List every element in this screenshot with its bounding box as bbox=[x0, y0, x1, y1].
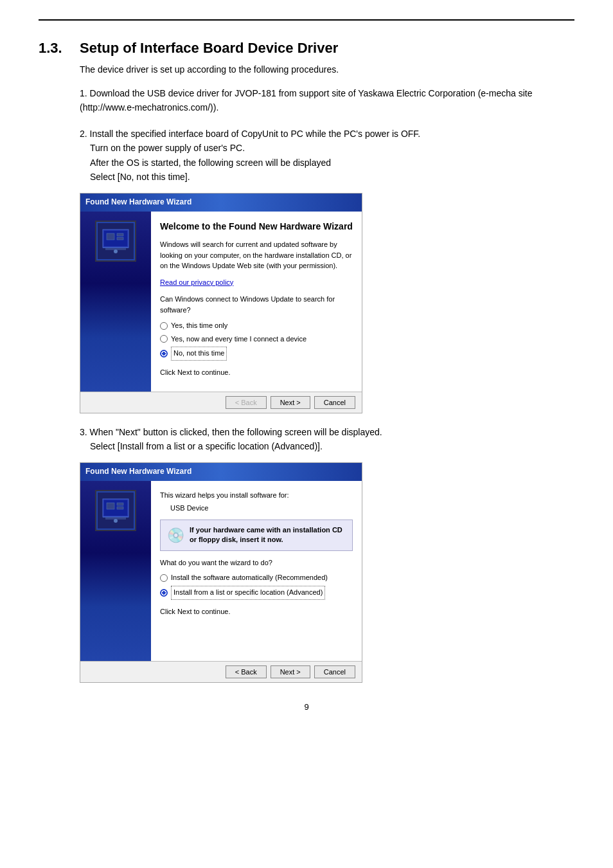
wizard1-option-2[interactable]: Yes, now and every time I connect a devi… bbox=[160, 334, 353, 345]
svg-rect-3 bbox=[107, 233, 114, 240]
svg-rect-5 bbox=[117, 237, 123, 240]
wizard2-cd-box: 💿 If your hardware came with an installa… bbox=[160, 520, 353, 551]
hardware-wizard-icon-2 bbox=[98, 493, 134, 529]
step-1-link[interactable]: http://www.e-mechatronics.com/ bbox=[83, 102, 210, 113]
wizard2-footer: < Back Next > Cancel bbox=[80, 661, 362, 682]
wizard2-body: This wizard helps you install software f… bbox=[80, 481, 362, 661]
step-2-line4: Select [No, not this time]. bbox=[90, 170, 574, 184]
wizard2-option-2-label: Install from a list or specific location… bbox=[171, 586, 325, 600]
wizard1-radio-1[interactable] bbox=[160, 322, 168, 330]
wizard2-cd-line2: or floppy disk, insert it now. bbox=[190, 535, 342, 545]
wizard1-title: Welcome to the Found New Hardware Wizard bbox=[160, 221, 353, 233]
steps-container: 1. Download the USB device driver for JV… bbox=[80, 86, 574, 683]
wizard2-icon-box bbox=[95, 490, 136, 531]
step-2-label: 2. Install the specified interface board… bbox=[80, 127, 574, 141]
wizard2-click-next: Click Next to continue. bbox=[160, 606, 353, 618]
wizard1-option-1[interactable]: Yes, this time only bbox=[160, 320, 353, 332]
wizard2-content: This wizard helps you install software f… bbox=[151, 481, 362, 661]
wizard2-radio-2[interactable] bbox=[160, 589, 168, 597]
step-2-line2: Turn on the power supply of user's PC. bbox=[90, 141, 574, 155]
wizard2-cd-line1: If your hardware came with an installati… bbox=[190, 525, 342, 535]
hardware-wizard-icon bbox=[98, 223, 134, 259]
step-3-line1: When "Next" button is clicked, then the … bbox=[90, 427, 382, 437]
section-intro: The device driver is set up according to… bbox=[80, 64, 574, 75]
step-1-text: Download the USB device driver for JVOP-… bbox=[80, 88, 541, 113]
svg-point-16 bbox=[114, 519, 118, 523]
wizard1-cancel-button[interactable]: Cancel bbox=[314, 396, 355, 409]
wizard1-radio-group: Yes, this time only Yes, now and every t… bbox=[160, 320, 353, 361]
step-3: 3. When "Next" button is clicked, then t… bbox=[80, 425, 574, 683]
wizard2-sidebar bbox=[80, 481, 151, 661]
wizard1-option-1-label: Yes, this time only bbox=[171, 320, 227, 332]
page-footer: 9 bbox=[39, 702, 574, 712]
wizard1-body: Welcome to the Found New Hardware Wizard… bbox=[80, 212, 362, 392]
svg-rect-4 bbox=[117, 233, 123, 236]
wizard1-dialog: Found New Hardware Wizard bbox=[80, 193, 362, 413]
wizard2-device: USB Device bbox=[170, 503, 353, 514]
wizard1-next-button[interactable]: Next > bbox=[271, 396, 310, 409]
wizard1-icon-box bbox=[95, 221, 136, 262]
wizard1-desc1: Windows will search for current and upda… bbox=[160, 239, 353, 271]
step-2-line1: Install the specified interface board of… bbox=[90, 129, 421, 139]
section-title: Setup of Interface Board Device Driver bbox=[80, 40, 338, 57]
step-2-line3: After the OS is started, the following s… bbox=[90, 156, 574, 170]
wizard2-titlebar: Found New Hardware Wizard bbox=[80, 463, 362, 480]
wizard1-click-next: Click Next to continue. bbox=[160, 367, 353, 379]
wizard2-helper: This wizard helps you install software f… bbox=[160, 490, 353, 501]
wizard1-content: Welcome to the Found New Hardware Wizard… bbox=[151, 212, 362, 392]
wizard2-option-2[interactable]: Install from a list or specific location… bbox=[160, 586, 353, 600]
wizard2-cancel-button[interactable]: Cancel bbox=[314, 665, 355, 678]
wizard2-option-1[interactable]: Install the software automatically (Reco… bbox=[160, 572, 353, 584]
step-3-number: 3. bbox=[80, 427, 90, 437]
wizard1-titlebar: Found New Hardware Wizard bbox=[80, 194, 362, 211]
wizard2-dialog: Found New Hardware Wizard bbox=[80, 462, 362, 682]
wizard1-option-3-label: No, not this time bbox=[171, 347, 227, 361]
step-2: 2. Install the specified interface board… bbox=[80, 127, 574, 413]
page-number: 9 bbox=[304, 702, 308, 712]
wizard2-back-button[interactable]: < Back bbox=[226, 665, 267, 678]
wizard1-radio-2[interactable] bbox=[160, 335, 168, 343]
wizard2-radio-group: Install the software automatically (Reco… bbox=[160, 572, 353, 599]
wizard2-radio-1[interactable] bbox=[160, 574, 168, 582]
step-1-number: 1. bbox=[80, 88, 90, 98]
wizard1-footer: < Back Next > Cancel bbox=[80, 392, 362, 413]
top-rule bbox=[39, 19, 574, 21]
step-3-line2: Select [Install from a list or a specifi… bbox=[90, 439, 574, 453]
wizard1-link[interactable]: Read our privacy policy bbox=[160, 278, 233, 286]
wizard1-option-2-label: Yes, now and every time I connect a devi… bbox=[171, 334, 306, 345]
svg-rect-13 bbox=[117, 503, 123, 505]
section-header: 1.3. Setup of Interface Board Device Dri… bbox=[39, 40, 574, 57]
cd-icon: 💿 bbox=[167, 524, 184, 547]
svg-rect-14 bbox=[117, 507, 123, 509]
wizard2-cd-text: If your hardware came with an installati… bbox=[190, 525, 342, 545]
wizard2-option-1-label: Install the software automatically (Reco… bbox=[171, 572, 328, 584]
wizard1-back-button[interactable]: < Back bbox=[226, 396, 267, 409]
section-number: 1.3. bbox=[39, 40, 69, 57]
wizard1-option-3[interactable]: No, not this time bbox=[160, 347, 353, 361]
svg-point-7 bbox=[114, 249, 118, 253]
wizard2-question: What do you want the wizard to do? bbox=[160, 557, 353, 569]
wizard1-question: Can Windows connect to Windows Update to… bbox=[160, 294, 353, 316]
step-2-lines: Turn on the power supply of user's PC. A… bbox=[90, 141, 574, 184]
step-1: 1. Download the USB device driver for JV… bbox=[80, 86, 574, 115]
svg-rect-12 bbox=[107, 503, 114, 509]
wizard2-next-button[interactable]: Next > bbox=[271, 665, 310, 678]
step-2-number: 2. bbox=[80, 129, 90, 139]
step-3-label: 3. When "Next" button is clicked, then t… bbox=[80, 425, 574, 439]
wizard1-sidebar bbox=[80, 212, 151, 392]
wizard1-radio-3[interactable] bbox=[160, 350, 168, 357]
